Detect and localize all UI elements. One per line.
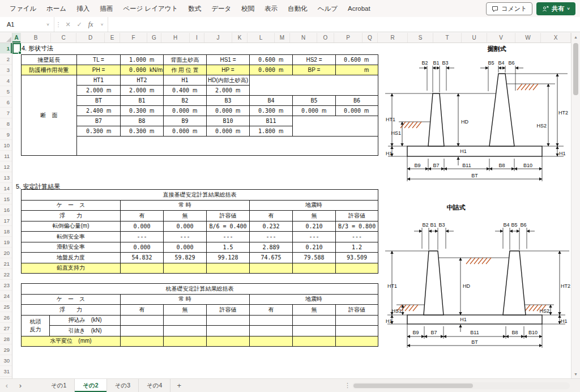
cell[interactable]: 背面土砂高 bbox=[164, 55, 207, 65]
row-header-18[interactable]: 18 bbox=[0, 226, 12, 237]
add-sheet-icon[interactable]: + bbox=[170, 379, 187, 392]
cell[interactable] bbox=[121, 336, 164, 347]
cell[interactable]: 無 bbox=[164, 211, 207, 221]
cell[interactable]: 0.210 bbox=[293, 221, 336, 232]
cell[interactable]: --- bbox=[207, 232, 250, 242]
column-header-B[interactable]: B bbox=[21, 33, 51, 42]
cell[interactable]: B9 bbox=[164, 116, 207, 126]
cell[interactable]: 有 bbox=[250, 305, 293, 316]
cell[interactable]: 59.829 bbox=[164, 253, 207, 263]
sheet-canvas[interactable]: 4. 形状寸法 擁壁延長 TL = 1.000m 背面土砂高 HS1 = 0.6… bbox=[12, 43, 571, 378]
cell[interactable]: 擁壁延長 bbox=[22, 55, 77, 65]
cell[interactable]: 転倒安全率 bbox=[22, 232, 121, 242]
row-header-9[interactable]: 9 bbox=[0, 129, 12, 140]
share-button[interactable]: 共有 ˅ bbox=[536, 2, 575, 15]
cell[interactable]: 0.000 bbox=[121, 242, 164, 253]
cell[interactable]: 0.600m bbox=[336, 55, 378, 65]
row-header-3[interactable]: 3 bbox=[0, 65, 12, 75]
cell[interactable]: 0.232 bbox=[250, 221, 293, 232]
cell[interactable]: 防護柵作用荷重 bbox=[22, 65, 77, 75]
cell[interactable] bbox=[207, 315, 250, 326]
cell[interactable]: HT1 bbox=[77, 75, 121, 86]
cell[interactable]: 引抜き (kN) bbox=[50, 326, 121, 336]
cell[interactable]: 2.400m bbox=[77, 106, 121, 116]
cell[interactable]: 許容値 bbox=[207, 211, 250, 221]
row-header-25[interactable]: 25 bbox=[0, 301, 12, 312]
column-header-A[interactable]: A bbox=[12, 33, 21, 42]
column-header-C[interactable]: C bbox=[51, 33, 76, 42]
formula-input[interactable] bbox=[108, 17, 580, 32]
cell[interactable]: 54.832 bbox=[121, 253, 164, 263]
comments-button[interactable]: コメント bbox=[486, 2, 532, 15]
row-header-6[interactable]: 6 bbox=[0, 97, 12, 108]
cell[interactable]: B10 bbox=[207, 116, 250, 126]
cell[interactable]: 0.000m bbox=[293, 106, 336, 116]
cell[interactable]: HT2 bbox=[121, 75, 164, 86]
cell[interactable]: 有 bbox=[250, 211, 293, 221]
row-header-28[interactable]: 28 bbox=[0, 334, 12, 344]
scroll-up-icon[interactable]: ▲ bbox=[572, 35, 580, 39]
cell[interactable] bbox=[250, 326, 293, 336]
cell[interactable] bbox=[336, 315, 378, 326]
column-header-I[interactable]: I bbox=[190, 33, 204, 42]
row-header-16[interactable]: 16 bbox=[0, 204, 12, 215]
cell[interactable]: --- bbox=[293, 232, 336, 242]
cell[interactable]: 許容値 bbox=[207, 305, 250, 316]
cell[interactable]: 0.000m bbox=[336, 106, 378, 116]
cell[interactable]: 1.5 bbox=[207, 242, 250, 253]
row-header-12[interactable]: 12 bbox=[0, 161, 12, 172]
column-header-S[interactable]: S bbox=[408, 33, 433, 42]
cell[interactable]: BT bbox=[77, 96, 121, 106]
cell[interactable] bbox=[121, 326, 164, 336]
cell[interactable]: 0.000m bbox=[164, 106, 207, 116]
scrollbar-splitter-icon[interactable]: ⋮ bbox=[344, 379, 351, 392]
cell[interactable]: 0.000m bbox=[164, 126, 207, 137]
cell[interactable] bbox=[293, 116, 378, 137]
horizontal-scrollbar[interactable] bbox=[352, 382, 570, 389]
cell[interactable]: B6 bbox=[336, 96, 378, 106]
cell[interactable]: --- bbox=[121, 232, 164, 242]
cell[interactable]: 2.889 bbox=[250, 242, 293, 253]
next-sheet-icon[interactable]: › bbox=[14, 379, 27, 392]
menu-home[interactable]: ホーム bbox=[41, 3, 71, 15]
cell[interactable]: B5 bbox=[293, 96, 336, 106]
cell[interactable]: 0.210 bbox=[293, 242, 336, 253]
cell[interactable] bbox=[336, 326, 378, 336]
cell[interactable]: m bbox=[336, 65, 378, 75]
cell[interactable]: 無 bbox=[164, 305, 207, 316]
cell[interactable]: 転倒偏心量(m) bbox=[22, 221, 121, 232]
cell[interactable] bbox=[250, 336, 293, 347]
column-header-M[interactable]: M bbox=[275, 33, 290, 42]
cell[interactable]: 地震時 bbox=[250, 200, 378, 211]
cell[interactable]: 0.000 bbox=[164, 221, 207, 232]
cell[interactable] bbox=[293, 263, 336, 274]
column-header-E[interactable]: E bbox=[105, 33, 120, 42]
cell[interactable]: 押込み (kN) bbox=[50, 315, 121, 326]
menu-help[interactable]: ヘルプ bbox=[313, 3, 343, 15]
cell[interactable] bbox=[164, 336, 207, 347]
cell[interactable]: 許容値 bbox=[336, 305, 378, 316]
menu-page-layout[interactable]: ページ レイアウト bbox=[118, 3, 183, 15]
cell[interactable]: HP = bbox=[207, 65, 250, 75]
cell[interactable]: 0.000kN/m bbox=[121, 65, 164, 75]
table-title[interactable]: 杭基礎安定計算結果総括表 bbox=[22, 284, 378, 295]
column-header-W[interactable]: W bbox=[515, 33, 541, 42]
name-box[interactable]: A1 ˅ bbox=[0, 17, 54, 32]
column-header-V[interactable]: V bbox=[487, 33, 515, 42]
column-header-R[interactable]: R bbox=[378, 33, 408, 42]
cell[interactable]: 作 用 位 置 bbox=[164, 65, 207, 75]
cell[interactable]: B4 bbox=[250, 96, 293, 106]
cell[interactable] bbox=[207, 326, 250, 336]
cell[interactable]: 1.000m bbox=[121, 55, 164, 65]
cell[interactable]: 地震時 bbox=[250, 294, 378, 305]
scroll-down-icon[interactable]: ▼ bbox=[572, 372, 580, 376]
sheet-tab-sono1[interactable]: その1 bbox=[43, 379, 75, 392]
cell[interactable]: --- bbox=[164, 232, 207, 242]
cell[interactable]: ケ ー ス bbox=[22, 200, 121, 211]
cell[interactable]: B1 bbox=[121, 96, 164, 106]
row-header-27[interactable]: 27 bbox=[0, 323, 12, 334]
row-header-21[interactable]: 21 bbox=[0, 258, 12, 269]
row-header-22[interactable]: 22 bbox=[0, 269, 12, 280]
cell[interactable]: 有 bbox=[121, 305, 164, 316]
row-header-23[interactable]: 23 bbox=[0, 280, 12, 291]
